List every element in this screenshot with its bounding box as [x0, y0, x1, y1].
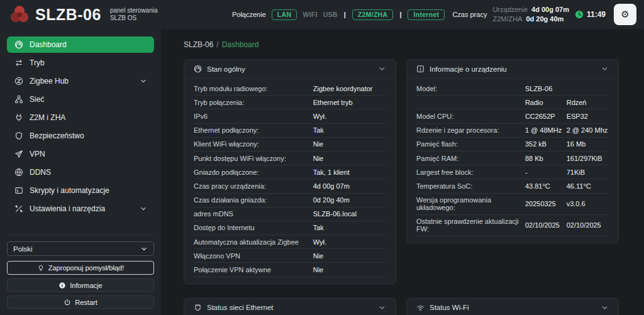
table-row: Radio Rdzeń — [416, 96, 609, 109]
sidebar-item-ddns[interactable]: DDNS — [7, 164, 154, 180]
row-label: Temperatura SoC: — [416, 182, 525, 190]
lan-status-badge: LAN — [272, 9, 297, 20]
z2m-uptime-value: 0d 20g 40m — [526, 14, 564, 24]
row-core-value: 46.11°C — [567, 182, 609, 190]
sidebar-item-skrypty[interactable]: Skrypty i automatyzacje — [7, 182, 154, 199]
row-label: Ethernet podłączony: — [194, 126, 313, 134]
chevron-down-icon[interactable] — [601, 304, 609, 312]
sidebar-item-label: Skrypty i automatyzacje — [30, 186, 109, 195]
internet-status-badge: Internet — [408, 9, 445, 20]
chevron-down-icon — [140, 205, 147, 213]
sidebar-item-label: Zigbee Hub — [30, 77, 69, 86]
row-core-value: 16 Mb — [567, 140, 609, 148]
table-row: Czas pracy urządzenia: 4d 00g 07m — [194, 179, 386, 193]
sidebar-item-vpn[interactable]: VPN — [7, 146, 154, 162]
row-radio-value: 352 kB — [525, 140, 567, 148]
sidebar-item-label: Tryb — [30, 58, 45, 67]
zigbee-icon — [14, 77, 23, 86]
general-status-card: Stan ogólny Tryb modułu radiowego: Zigbe… — [184, 59, 396, 284]
breadcrumb-current: Dashboard — [222, 40, 259, 49]
plug-icon — [14, 113, 23, 122]
sidebar-item-bezpieczenstwo[interactable]: Bezpieczeństwo — [7, 128, 154, 144]
row-radio-value: SLZB-06 — [525, 85, 567, 92]
row-label: adres mDNS — [194, 210, 313, 218]
sidebar-item-dashboard[interactable]: Dashboard — [7, 36, 154, 53]
row-label: Tryb modułu radiowego: — [194, 85, 313, 92]
wifi-status-card-header[interactable]: Status Wi-Fi — [407, 299, 618, 315]
general-status-card-header[interactable]: Stan ogólny — [184, 60, 396, 79]
card-title: Stan ogólny — [207, 65, 245, 73]
row-value: Nie — [313, 155, 386, 162]
network-icon — [14, 95, 23, 104]
sidebar-item-siec[interactable]: Sieć — [7, 91, 154, 108]
row-core-value: v3.0.6 — [567, 200, 609, 207]
tools-icon — [14, 204, 23, 213]
chevron-down-icon[interactable] — [378, 65, 386, 73]
card-title: Status sieci Ethernet — [207, 304, 273, 311]
row-label: Czas działania gniazda: — [194, 196, 313, 204]
table-row: Połączenie VPN aktywne Nie — [194, 263, 386, 277]
row-value: Tak, 1 klient — [313, 169, 386, 176]
table-row: Model CPU: CC2652P ESP32 — [416, 109, 609, 123]
table-row: Tryb modułu radiowego: Zigbee koordynato… — [194, 82, 386, 96]
breadcrumb-root[interactable]: SLZB-06 — [184, 40, 213, 49]
general-status-table: Tryb modułu radiowego: Zigbee koordynato… — [184, 79, 396, 284]
device-info-card: Informacje o urządzeniu Model: SLZB-06 — [406, 59, 619, 243]
separator: | — [344, 11, 346, 18]
card-title: Informacje o urządzeniu — [430, 65, 507, 73]
row-radio-value: 02/10/2025 — [525, 221, 567, 229]
breadcrumb: SLZB-06/Dashboard — [184, 40, 619, 49]
row-label: Wersja oprogramowania układowego: — [416, 196, 525, 211]
row-radio-value: - — [525, 169, 567, 176]
device-info-card-header[interactable]: Informacje o urządzeniu — [407, 60, 618, 79]
table-row: Punkt dostępu WiFi włączony: Nie — [194, 152, 386, 165]
row-radio-value: 43.81°C — [525, 182, 567, 190]
row-label: Włączono VPN — [194, 252, 313, 260]
switch-icon — [14, 58, 23, 67]
language-select[interactable]: Polski — [7, 241, 154, 256]
ethernet-status-card-header[interactable]: Status sieci Ethernet — [184, 299, 396, 315]
wifi-status-card: Status Wi-Fi — [406, 298, 619, 315]
app-header: SLZB-06 panel sterowania SLZB OS Połącze… — [0, 0, 644, 29]
row-core-value: 2 @ 240 Mhz — [567, 126, 609, 134]
z2m-status-badge: Z2M/ZHA — [352, 9, 394, 20]
language-value: Polski — [13, 245, 33, 253]
restart-label: Restart — [75, 299, 97, 306]
row-label: Dostęp do Internetu — [194, 224, 313, 231]
chevron-down-icon — [140, 77, 147, 85]
table-row: Model: SLZB-06 — [416, 82, 609, 96]
row-radio-value: CC2652P — [525, 113, 567, 120]
suggest-idea-button[interactable]: Zaproponuj pomysł/błąd! — [7, 261, 154, 275]
row-value: 4d 00g 07m — [313, 182, 386, 190]
row-radio-value: Radio — [525, 99, 567, 106]
row-value: Nie — [313, 252, 386, 260]
sidebar-item-label: VPN — [30, 150, 45, 158]
row-value: Tak — [313, 126, 386, 134]
row-label: IPv6 — [194, 113, 313, 120]
table-row: IPv6 Wył. — [194, 109, 386, 123]
restart-button[interactable]: Restart — [7, 296, 154, 309]
info-button[interactable]: Informacje — [7, 279, 154, 292]
chevron-down-icon[interactable] — [378, 304, 386, 312]
sidebar-item-zigbee-hub[interactable]: Zigbee Hub — [7, 73, 154, 89]
table-row: Dostęp do Internetu Tak — [194, 221, 386, 235]
sidebar-item-ustawienia[interactable]: Ustawienia i narzędzia — [7, 201, 154, 217]
sidebar-item-tryb[interactable]: Tryb — [7, 55, 154, 71]
settings-gear-button[interactable]: ⚙ — [614, 4, 636, 25]
wifi-icon — [416, 304, 425, 312]
row-label: Pamięć RAM: — [416, 155, 525, 162]
uptime-values: Urządzenie 4d 00g 07m Z2M/ZHA 0d 20g 40m — [492, 5, 569, 24]
chevron-down-icon[interactable] — [601, 65, 609, 73]
row-value: Zigbee koordynator — [313, 85, 386, 92]
row-core-value: 71KiB — [567, 169, 609, 176]
table-row: Temperatura SoC: 43.81°C 46.11°C — [416, 179, 609, 193]
device-info-table: Model: SLZB-06 Radio Rdzeń Model CPU: — [407, 79, 618, 243]
power-icon — [64, 299, 71, 306]
sidebar-item-z2m-zha[interactable]: Z2M i ZHA — [7, 109, 154, 126]
device-uptime-label: Urządzenie — [492, 5, 528, 14]
row-core-value: Rdzeń — [567, 99, 609, 106]
row-value: Ethernet tryb — [313, 99, 386, 106]
row-radio-value: 1 @ 48MHz — [525, 126, 567, 134]
connection-label: Połączenie — [232, 11, 266, 18]
separator: | — [399, 11, 401, 18]
